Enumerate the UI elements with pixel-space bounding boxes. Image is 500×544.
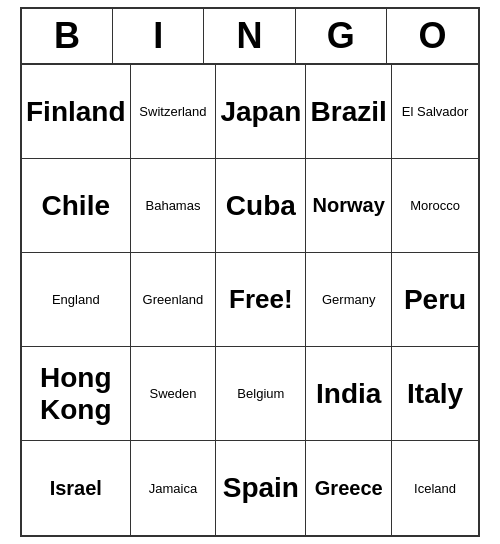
cell-r4-c4: Iceland [392, 441, 478, 535]
cell-r3-c2: Belgium [216, 347, 306, 441]
cell-r2-c3: Germany [306, 253, 392, 347]
cell-r1-c1: Bahamas [131, 159, 217, 253]
cell-r0-c0: Finland [22, 65, 131, 159]
cell-r4-c3: Greece [306, 441, 392, 535]
cell-r0-c2: Japan [216, 65, 306, 159]
cell-r1-c2: Cuba [216, 159, 306, 253]
header-letter: G [296, 9, 387, 63]
cell-r4-c2: Spain [216, 441, 306, 535]
cell-r3-c0: Hong Kong [22, 347, 131, 441]
bingo-header: BINGO [22, 9, 478, 65]
cell-r3-c1: Sweden [131, 347, 217, 441]
cell-r0-c1: Switzerland [131, 65, 217, 159]
cell-r4-c1: Jamaica [131, 441, 217, 535]
cell-r2-c2: Free! [216, 253, 306, 347]
bingo-grid: FinlandSwitzerlandJapanBrazilEl Salvador… [22, 65, 478, 535]
header-letter: I [113, 9, 204, 63]
header-letter: N [204, 9, 295, 63]
header-letter: B [22, 9, 113, 63]
cell-r4-c0: Israel [22, 441, 131, 535]
bingo-card: BINGO FinlandSwitzerlandJapanBrazilEl Sa… [20, 7, 480, 537]
cell-r1-c3: Norway [306, 159, 392, 253]
cell-r3-c3: India [306, 347, 392, 441]
cell-r0-c4: El Salvador [392, 65, 478, 159]
cell-r3-c4: Italy [392, 347, 478, 441]
header-letter: O [387, 9, 478, 63]
cell-r1-c4: Morocco [392, 159, 478, 253]
cell-r2-c1: Greenland [131, 253, 217, 347]
cell-r2-c4: Peru [392, 253, 478, 347]
cell-r2-c0: England [22, 253, 131, 347]
cell-r1-c0: Chile [22, 159, 131, 253]
cell-r0-c3: Brazil [306, 65, 392, 159]
